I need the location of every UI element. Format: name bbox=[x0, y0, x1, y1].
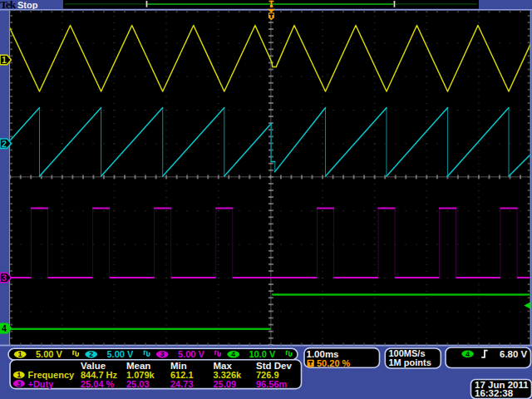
svg-text:+Duty: +Duty bbox=[28, 379, 55, 389]
svg-text:16:32:38: 16:32:38 bbox=[475, 388, 514, 398]
svg-text:3: 3 bbox=[160, 350, 165, 358]
svg-text:2: 2 bbox=[2, 139, 7, 149]
svg-text:6.80 V: 6.80 V bbox=[500, 349, 528, 359]
svg-text:1: 1 bbox=[2, 55, 7, 65]
svg-text:1.00ms: 1.00ms bbox=[307, 349, 339, 359]
svg-text:25.09: 25.09 bbox=[214, 379, 237, 389]
svg-text:25.03: 25.03 bbox=[126, 379, 150, 389]
svg-text:Mean: Mean bbox=[126, 361, 150, 371]
svg-text:4: 4 bbox=[466, 350, 470, 358]
svg-text:3: 3 bbox=[2, 273, 7, 283]
svg-text:Stop: Stop bbox=[17, 0, 38, 10]
svg-text:4: 4 bbox=[2, 323, 7, 333]
svg-text:4: 4 bbox=[231, 350, 235, 358]
svg-text:Max: Max bbox=[214, 361, 233, 371]
svg-text:Std Dev: Std Dev bbox=[256, 361, 292, 371]
svg-text:25.04 %: 25.04 % bbox=[81, 379, 115, 389]
svg-text:1M points: 1M points bbox=[389, 357, 431, 367]
svg-text:1: 1 bbox=[18, 350, 22, 358]
svg-text:3: 3 bbox=[17, 380, 21, 388]
svg-text:96.56m: 96.56m bbox=[256, 379, 288, 389]
svg-text:2: 2 bbox=[89, 350, 93, 358]
svg-text:5.00 V: 5.00 V bbox=[178, 349, 204, 359]
svg-text:24.73: 24.73 bbox=[170, 379, 194, 389]
svg-text:1: 1 bbox=[17, 371, 21, 379]
svg-text:50.20 %: 50.20 % bbox=[317, 358, 351, 368]
svg-text:Value: Value bbox=[81, 361, 106, 371]
svg-text:5.00 V: 5.00 V bbox=[107, 349, 134, 359]
svg-text:10.0 V: 10.0 V bbox=[249, 349, 276, 359]
svg-text:Min: Min bbox=[170, 361, 187, 371]
svg-text:5.00 V: 5.00 V bbox=[36, 349, 62, 359]
